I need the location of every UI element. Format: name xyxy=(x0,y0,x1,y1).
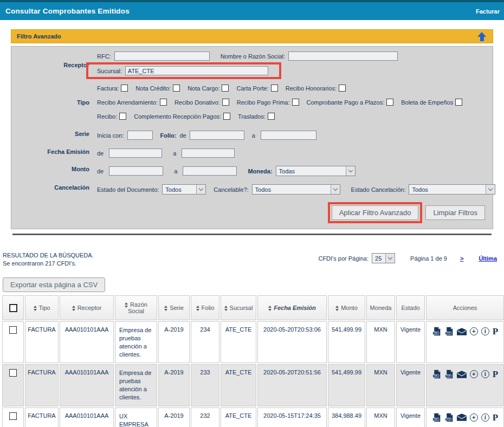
collapse-up-arrow-icon[interactable] xyxy=(477,32,486,41)
row-checkbox[interactable] xyxy=(9,412,17,420)
tipo-checkbox[interactable] xyxy=(268,113,275,120)
monto-de-input[interactable] xyxy=(109,166,163,176)
filter-panel-header[interactable]: Filtro Avanzado xyxy=(11,29,493,43)
facturar-link[interactable]: Facturar xyxy=(476,8,500,15)
tipo-option: Recibo: xyxy=(97,113,126,120)
payment-icon[interactable]: P xyxy=(493,327,498,335)
nombre-razon-input[interactable] xyxy=(288,51,398,61)
next-page-link[interactable]: > xyxy=(460,255,463,262)
sort-icon[interactable] xyxy=(196,306,199,311)
last-page-link[interactable]: Última xyxy=(479,255,497,262)
download-xml-icon[interactable]: XML xyxy=(432,370,441,379)
send-email-icon[interactable] xyxy=(457,413,467,421)
cell-serie: A-2019 xyxy=(158,321,190,363)
apply-advanced-filter-button[interactable]: Aplicar Filtro Avanzado xyxy=(332,205,419,220)
column-header-folio[interactable]: Folio xyxy=(191,295,219,320)
tipo-option-label: Complemento Recepción Pagos: xyxy=(134,113,221,120)
estado-cancelacion-select[interactable]: Todos xyxy=(409,184,495,195)
tipo-checkbox[interactable] xyxy=(222,85,229,92)
info-icon[interactable]: i xyxy=(481,370,489,378)
folio-de-input[interactable] xyxy=(190,131,244,140)
fecha-a-label: a xyxy=(173,150,176,157)
page-indicator: Página 1 de 9 xyxy=(410,255,447,262)
tipo-option-label: Factura: xyxy=(97,85,119,92)
sort-icon[interactable] xyxy=(125,302,128,308)
sort-icon[interactable] xyxy=(72,306,75,311)
sort-icon[interactable] xyxy=(335,306,339,311)
column-header-monto[interactable]: Monto xyxy=(328,295,365,320)
cancelable-select[interactable]: Todos xyxy=(252,184,340,195)
moneda-select[interactable]: Todas xyxy=(276,166,356,176)
column-header-sucursal[interactable]: Sucursal xyxy=(221,295,256,320)
filter-panel-title: Filtro Avanzado xyxy=(17,33,61,40)
tipo-checkbox[interactable] xyxy=(160,99,167,106)
payment-icon[interactable]: P xyxy=(493,370,498,378)
select-all-checkbox[interactable] xyxy=(9,304,17,312)
download-xml-icon[interactable]: XML xyxy=(432,413,441,422)
tipo-checkbox[interactable] xyxy=(121,85,128,92)
serie-inicia-input[interactable] xyxy=(127,131,153,140)
per-page-select[interactable]: 25 xyxy=(372,253,395,263)
download-pdf-icon[interactable]: PDF xyxy=(444,413,454,422)
tipo-checkbox[interactable] xyxy=(222,99,229,106)
column-header-receptor[interactable]: Receptor xyxy=(60,295,114,320)
column-header-fecha-emision[interactable]: Fecha Emisión xyxy=(257,295,327,320)
rfc-label: RFC: xyxy=(97,53,111,60)
cell-monto: 541,499.99 xyxy=(328,364,365,406)
rfc-input[interactable] xyxy=(114,51,210,61)
sort-icon[interactable] xyxy=(34,306,37,311)
column-header-serie[interactable]: Serie xyxy=(158,295,190,320)
tipo-checkbox-row-2: Recibo Arrendamiento:Recibo Donativo:Rec… xyxy=(97,99,470,106)
tipo-checkbox[interactable] xyxy=(455,99,462,106)
column-header-tipo[interactable]: Tipo xyxy=(25,295,59,320)
tipo-checkbox[interactable] xyxy=(223,113,230,120)
add-related-icon[interactable]: + xyxy=(470,327,478,335)
tipo-checkbox[interactable] xyxy=(292,99,299,106)
tipo-checkbox[interactable] xyxy=(119,113,126,120)
export-csv-button[interactable]: Exportar esta página a CSV xyxy=(3,277,105,292)
column-header-acciones: Acciones xyxy=(426,295,504,320)
sucursal-input[interactable] xyxy=(125,66,268,75)
row-checkbox[interactable] xyxy=(9,326,17,334)
chevron-down-icon xyxy=(385,254,395,263)
fecha-de-input[interactable] xyxy=(109,148,162,158)
info-icon[interactable]: i xyxy=(481,413,489,422)
tipo-option-label: Comprobante Pago a Plazos: xyxy=(307,99,385,106)
column-header-moneda: Moneda xyxy=(366,295,395,320)
tipo-checkbox[interactable] xyxy=(271,85,278,92)
tipo-checkbox[interactable] xyxy=(339,85,346,92)
fecha-a-input[interactable] xyxy=(182,148,235,158)
folio-a-input[interactable] xyxy=(261,131,316,140)
send-email-icon[interactable] xyxy=(457,371,467,378)
tipo-option-label: Recibo Honorarios: xyxy=(286,85,337,92)
payment-icon[interactable]: P xyxy=(493,413,498,422)
cell-estado: Vigente xyxy=(396,321,425,363)
cell-sucursal: ATE_CTE xyxy=(221,407,256,427)
tipo-checkbox[interactable] xyxy=(386,99,393,106)
sort-icon[interactable] xyxy=(224,306,228,311)
download-xml-icon[interactable]: XML xyxy=(432,327,441,336)
monto-a-input[interactable] xyxy=(183,166,237,176)
info-icon[interactable]: i xyxy=(481,327,489,335)
results-table-body: FACTURA AAA010101AAA Empresa de pruebas … xyxy=(2,321,504,427)
send-email-icon[interactable] xyxy=(457,328,467,335)
chevron-down-icon xyxy=(486,185,495,194)
section-divider xyxy=(12,234,492,235)
tipo-option: Nota Cargo: xyxy=(188,85,229,92)
download-pdf-icon[interactable]: PDF xyxy=(444,370,454,379)
cell-tipo: FACTURA xyxy=(25,321,59,363)
clear-filters-button[interactable]: Limpiar Filtros xyxy=(425,205,485,220)
row-checkbox[interactable] xyxy=(9,369,17,377)
cell-razon-social: UX EMPRESA PRUEBAS xyxy=(115,407,157,427)
folio-de-label: de xyxy=(179,132,186,139)
add-related-icon[interactable]: + xyxy=(470,413,478,422)
column-header-razon-social[interactable]: Razón Social xyxy=(115,295,157,320)
tipo-option: Recibo Arrendamiento: xyxy=(97,99,167,106)
cell-razon-social: Empresa de pruebas atención a clientes. xyxy=(115,321,157,363)
estado-documento-select[interactable]: Todos xyxy=(162,184,206,195)
download-pdf-icon[interactable]: PDF xyxy=(444,327,454,336)
tipo-checkbox[interactable] xyxy=(173,85,180,92)
sort-icon[interactable] xyxy=(268,306,272,311)
sort-icon[interactable] xyxy=(164,306,167,311)
add-related-icon[interactable]: + xyxy=(470,370,478,378)
